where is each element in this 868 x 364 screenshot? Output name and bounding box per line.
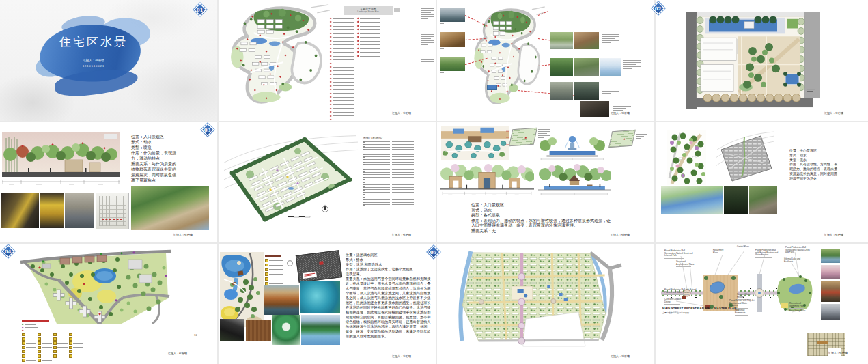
photo-pool-aerial <box>300 281 340 313</box>
slide-pedestrian-mall[interactable]: Paved Pedestrian Mall Surrounding Natura… <box>656 244 868 364</box>
entrance-fountain-text: 位置：入口景观区 形式：动水 类型：喷泉 作用：作为前景，表现活 力，激动的特点… <box>131 134 209 183</box>
photo-plan-thumbnail <box>96 193 129 229</box>
note-row-2 <box>623 60 641 70</box>
callout-label: Paved Pedestrian Mall with Raised Plante… <box>664 289 700 295</box>
note-row-3 <box>602 85 619 95</box>
callout-label: Informal Lake and Parklands <box>784 258 806 264</box>
photo-hedge-stairs <box>749 186 777 214</box>
photo-fountain-spray <box>821 265 840 279</box>
plan-thumb-marks <box>99 196 126 226</box>
legend-header-maroon <box>265 255 281 257</box>
plan-legend <box>22 320 85 363</box>
photo-caption-3 <box>440 72 447 74</box>
photo-caption-2 <box>440 48 447 51</box>
site-plan-drawing <box>223 132 359 222</box>
legend-title-bar <box>22 320 49 322</box>
footer-presenter: 汇报人：张碧晴 <box>611 111 630 115</box>
callout-label: Paved Pedestrian Mall Surrounding Natura… <box>785 247 813 255</box>
photo-street-crowd <box>821 304 840 320</box>
legend-column-2 <box>357 18 380 59</box>
keyplan-fountain <box>608 130 636 148</box>
slide-courtyard-plan[interactable]: 汇报人：张碧晴 <box>656 0 868 121</box>
pool-keyplan <box>296 250 342 283</box>
photo-canal <box>440 8 465 22</box>
callout-label: Central Plaza <box>737 246 751 249</box>
residential-plan-drawing <box>448 251 623 348</box>
slide-residential-master-plan[interactable]: 汇报人：张碧晴 <box>437 244 654 364</box>
plan-thumb-route <box>102 219 122 221</box>
fountain-elevation-drawing <box>540 130 605 162</box>
photo-water-steps <box>574 82 599 100</box>
callout-label: Cafe with Outdoor Dining <box>664 298 686 305</box>
legend-header: 景观总平面图 Landscape Master Plan <box>344 6 393 15</box>
render-3d-entry <box>131 186 209 230</box>
callout-label: Paved Pedestrian Mall with Raised Plante… <box>755 249 779 258</box>
photo-yellow-wall <box>40 193 64 228</box>
scale-bar <box>541 104 561 104</box>
photo-light-feature <box>1 193 39 228</box>
footer-presenter: 汇报人：张碧晴 <box>828 351 848 354</box>
scale-bar <box>309 102 328 102</box>
side-note-2 <box>421 34 434 46</box>
water-legend-swatch <box>487 85 497 90</box>
presentation-title: 住宅区水景 <box>36 34 152 50</box>
color-master-plan-drawing <box>19 247 173 324</box>
slide-pool[interactable]: 位置：泳池戏水闲区 形式：静水 类型：泳池 和周边跌水 作用：泳池除了无边境跌水… <box>219 244 436 364</box>
footer-presenter: 汇报人：张碧晴 <box>392 354 411 358</box>
watercolor-splash: 住宅区水景 汇报人：张碧晴 1810510021 <box>36 16 152 96</box>
footer-presenter: 汇报人：张碧晴 <box>824 111 843 115</box>
page-number: 16 <box>194 333 197 337</box>
callout-label: Recreational Swimming Pool <box>789 303 810 309</box>
slide-entrance-fountain[interactable]: 位置：入口景观区 形式：动水 类型：喷泉 作用：作为前景，表现活 力，激动的特点… <box>0 122 217 242</box>
analysis-plan-drawing <box>468 5 546 108</box>
entrance-variety-text: 位置：入口景观区 形式：动水 类型：各式喷泉 作用：表现活力、激动的特点，水的可… <box>471 203 624 234</box>
slide-title[interactable]: 住宅区水景 汇报人：张碧晴 1810510021 <box>0 0 217 121</box>
photo-hedge-channel <box>550 32 573 49</box>
master-plan-drawing <box>222 3 330 107</box>
slide-master-plan[interactable]: 景观总平面图 Landscape Master Plan 汇报人：张碧晴 <box>219 0 436 121</box>
courtyard-plan-drawing <box>684 12 821 109</box>
legend-subtitle: Landscape Master Plan <box>345 10 391 13</box>
callout-label: Focal Entry Plaza <box>713 249 728 255</box>
photo-market-street <box>821 281 840 302</box>
slide-site-plan[interactable]: 图例 / LEGEND 汇报人：张碧晴 <box>219 122 436 242</box>
legend-row-purple <box>22 327 85 328</box>
photo-dark-garden <box>724 186 748 214</box>
photo-autumn-lake <box>264 285 299 315</box>
slide-color-master-plan[interactable]: 16 汇报人：张碧晴 <box>0 244 217 364</box>
render-3d-fountain <box>600 58 621 76</box>
photo-arbor-wall <box>574 32 599 49</box>
photo-pond <box>550 58 573 76</box>
entrance-elevation-drawing <box>2 132 120 188</box>
footer-presenter: 汇报人：张碧晴 <box>168 352 187 355</box>
stream-plan-detail <box>667 130 706 185</box>
pavilion-elevation-drawing <box>538 163 611 197</box>
side-note-1 <box>421 8 434 20</box>
fountain-plan-detail <box>441 126 509 160</box>
photo-green-slides <box>272 315 300 345</box>
keyplan-entrance <box>509 128 537 146</box>
keyplan-label <box>303 272 317 279</box>
photo-caption-1 <box>440 23 447 25</box>
slide-waterfront-analysis[interactable]: 汇报人：张碧晴 <box>437 0 654 121</box>
callout-label: Focal Entry Plaza <box>789 310 807 313</box>
pool-text: 位置：泳池戏水闲区 形式：静水 类型：泳池 和周边跌水 作用：泳池除了无边境跌水… <box>346 253 432 339</box>
student-id: 1810510021 <box>36 64 152 68</box>
legend-row-red <box>22 330 85 331</box>
footer-presenter: 汇报人：张碧晴 <box>611 354 630 358</box>
gate-elevation-drawing <box>440 161 534 197</box>
photo-courtyard-night <box>220 319 244 341</box>
slide-entrance-variety[interactable]: 位置：入口景观区 形式：动水 类型：各式喷泉 作用：表现活力、激动的特点，水的可… <box>437 122 654 242</box>
photo-watercolor-stream <box>661 186 723 214</box>
photo-rock-garden <box>574 58 599 76</box>
mall-title: MAIN STREET PEDESTRIAN MALL MASTER PLAN <box>662 307 744 310</box>
footer-presenter: 汇报人：张碧晴 <box>824 233 843 236</box>
slide-center-stream[interactable]: 位置：中心景观区 形式：动水 类型：流水 作用：具有运动性、方向性，表 现活力、… <box>656 122 868 242</box>
legend-title: 图例 / LEGEND <box>363 136 382 139</box>
analysis-note <box>548 10 607 18</box>
keyplan-marker <box>319 261 324 265</box>
footer-presenter: 汇报人：张碧晴 <box>392 111 411 115</box>
center-stream-text: 位置：中心景观区 形式：动水 类型：流水 作用：具有运动性、方向性，表 现活力、… <box>789 148 852 181</box>
slide-sorter-sheet: 住宅区水景 汇报人：张碧晴 1810510021 景观总平面图 Landscap… <box>0 0 868 364</box>
compass-icon <box>287 260 293 266</box>
